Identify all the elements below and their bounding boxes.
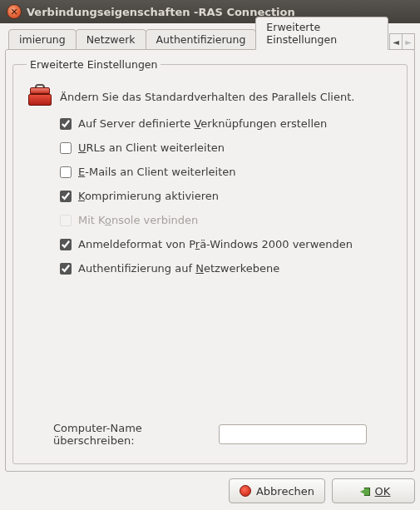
check-shortcuts-label: Auf Server definierte Verknüpfungen erst… bbox=[78, 117, 327, 130]
cancel-label: Abbrechen bbox=[256, 485, 314, 498]
check-emails-label: E-Mails an Client weiterleiten bbox=[78, 166, 236, 178]
intro-text: Ändern Sie das Standardverhalten des Par… bbox=[60, 91, 354, 103]
tab-erweiterte-einstellungen[interactable]: Erweiterte Einstellungen bbox=[255, 17, 388, 50]
check-shortcuts-box[interactable] bbox=[60, 118, 72, 130]
computer-name-row: Computer-Name überschreiben: bbox=[53, 422, 367, 447]
ok-button[interactable]: OK bbox=[332, 478, 415, 503]
computer-name-label: Computer-Name überschreiben: bbox=[53, 422, 214, 447]
arrow-icon bbox=[357, 486, 370, 496]
tab-panel: Erweiterte Einstellungen Ändern Sie das … bbox=[5, 49, 415, 472]
check-console-box bbox=[60, 215, 72, 226]
check-emails[interactable]: E-Mails an Client weiterleiten bbox=[60, 166, 393, 178]
check-urls-label: URLs an Client weiterleiten bbox=[78, 141, 225, 154]
check-console: Mit Konsole verbinden bbox=[60, 214, 393, 226]
check-console-label: Mit Konsole verbinden bbox=[78, 214, 198, 226]
check-shortcuts[interactable]: Auf Server definierte Verknüpfungen erst… bbox=[60, 117, 393, 130]
check-prewin-box[interactable] bbox=[60, 239, 72, 250]
computer-name-input[interactable] bbox=[219, 424, 367, 444]
window-title: Verbindungseigenschaften -RAS Connection bbox=[27, 6, 295, 18]
tab-bar: imierung Netzwerk Authentifizierung Erwe… bbox=[8, 28, 415, 50]
tab-scroll-right-icon: ► bbox=[402, 33, 415, 50]
stop-icon bbox=[240, 485, 251, 497]
checkbox-list: Auf Server definierte Verknüpfungen erst… bbox=[60, 117, 393, 275]
tab-scroll-left-icon[interactable]: ◄ bbox=[389, 33, 403, 50]
tab-optimierung[interactable]: imierung bbox=[8, 29, 77, 50]
toolbox-icon bbox=[28, 87, 52, 106]
check-urls[interactable]: URLs an Client weiterleiten bbox=[60, 141, 393, 154]
intro-row: Ändern Sie das Standardverhalten des Par… bbox=[28, 87, 393, 106]
check-nla-label: Authentifizierung auf Netzwerkebene bbox=[78, 262, 279, 275]
close-icon[interactable]: ✕ bbox=[7, 4, 22, 19]
check-compress-label: Komprimierung aktivieren bbox=[78, 190, 219, 202]
tab-netzwerk[interactable]: Netzwerk bbox=[76, 29, 146, 50]
window-body: imierung Netzwerk Authentifizierung Erwe… bbox=[0, 23, 420, 510]
group-erweiterte: Erweiterte Einstellungen Ändern Sie das … bbox=[12, 58, 408, 464]
check-prewin-label: Anmeldeformat von Prä-Windows 2000 verwe… bbox=[78, 238, 353, 250]
check-prewin[interactable]: Anmeldeformat von Prä-Windows 2000 verwe… bbox=[60, 238, 393, 250]
group-title: Erweiterte Einstellungen bbox=[27, 58, 161, 71]
ok-label: OK bbox=[375, 485, 391, 498]
tab-authentifizierung[interactable]: Authentifizierung bbox=[146, 29, 257, 50]
cancel-button[interactable]: Abbrechen bbox=[229, 478, 325, 503]
tab-nav: ◄ ► bbox=[389, 33, 415, 50]
check-nla-box[interactable] bbox=[60, 263, 72, 275]
check-compress-box[interactable] bbox=[60, 191, 72, 202]
button-row: Abbrechen OK bbox=[5, 478, 415, 503]
check-nla[interactable]: Authentifizierung auf Netzwerkebene bbox=[60, 262, 393, 275]
check-urls-box[interactable] bbox=[60, 142, 72, 154]
check-emails-box[interactable] bbox=[60, 166, 72, 178]
check-compress[interactable]: Komprimierung aktivieren bbox=[60, 190, 393, 202]
